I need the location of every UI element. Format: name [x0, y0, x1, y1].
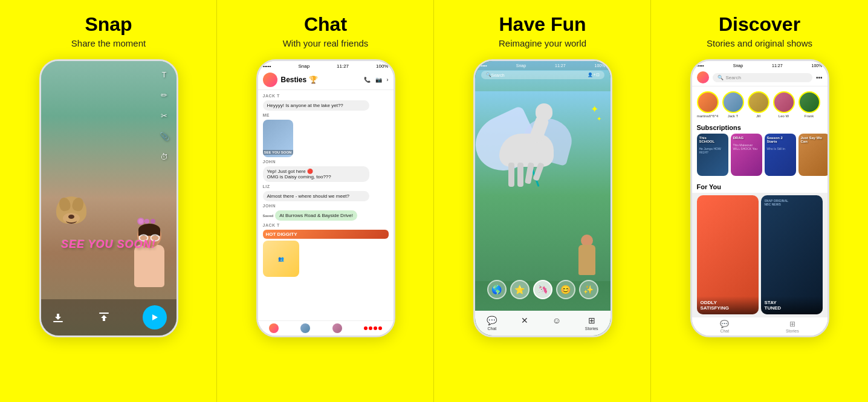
pencil-icon[interactable]: ✏: [157, 88, 172, 102]
chat-screen: ••••• Snap 11:27 100% Besties 🏆 📞 📷 ›: [258, 61, 394, 336]
discover-search-icon: 🔍: [717, 75, 724, 80]
stories-icon: ⊞: [588, 316, 595, 325]
fun-search-icon: 🔍: [486, 73, 491, 77]
share-icon[interactable]: [97, 310, 111, 325]
user-john-avatar[interactable]: [269, 323, 279, 333]
fun-phone: ••••• Snap 11:27 100% 🔍 Search 👤+ ⊡: [473, 59, 612, 337]
svg-rect-0: [53, 321, 63, 322]
disc-nav-chat[interactable]: 💬 Chat: [720, 320, 729, 333]
sub-card-season-text: Season 2 Starts: [765, 134, 796, 146]
snap-phone-wrapper: T ✏ ✂ 📎 ⏱: [6, 59, 211, 402]
flower-1: [138, 219, 143, 224]
fun-nav-chat[interactable]: 💬 Chat: [487, 316, 497, 331]
story-name-frank: Frank: [805, 114, 814, 118]
snap-bottom-bar: [41, 299, 177, 336]
discover-avatar[interactable]: [697, 71, 709, 83]
sticker-icon[interactable]: 📎: [157, 129, 172, 143]
user-jack-avatar[interactable]: [300, 323, 310, 333]
fun-filter-row: 🌎 ⭐ 🦄 😊 ✨: [475, 280, 611, 299]
for-you-row: ODDLYSATISFYING SNAP ORIGINAL NBC NEWS S…: [692, 193, 828, 317]
sub-card-season[interactable]: Season 2 Starts Who Is Still in: [765, 134, 796, 176]
story-martina[interactable]: martina6^6^4: [697, 91, 719, 118]
save-icon[interactable]: [51, 310, 65, 325]
story-jack[interactable]: Jack T: [722, 91, 744, 118]
msg-liz: Almost there - where should we meet?: [263, 191, 370, 201]
fun-phone-wrapper: ••••• Snap 11:27 100% 🔍 Search 👤+ ⊡: [440, 59, 645, 402]
fun-section: Have Fun Reimagine your world ••••• Snap…: [434, 0, 651, 402]
scissors-icon[interactable]: ✂: [157, 108, 172, 123]
discover-phone: ••••• Snap 11:27 100% 🔍 Search •••: [690, 59, 829, 337]
chat-phone-wrapper: ••••• Snap 11:27 100% Besties 🏆 📞 📷 ›: [223, 59, 428, 402]
story-name-leo: Leo W: [779, 114, 789, 118]
filter-sparkle[interactable]: ✨: [579, 280, 598, 299]
disc-nav-stories[interactable]: ⊞ Stories: [786, 320, 799, 333]
chat-status-bar: ••••• Snap 11:27 100%: [258, 61, 394, 70]
story-avatar-jack: [722, 91, 744, 113]
fun-title: Have Fun: [499, 13, 586, 36]
snap-title: Snap: [85, 13, 132, 36]
snap-subtitle: Share the moment: [71, 38, 146, 48]
ar-flowers: [138, 219, 155, 224]
sub-card-school[interactable]: ThisSCHOOL He Jumps HOW HIGH?: [697, 134, 728, 176]
chat-status-indicators: [364, 323, 382, 333]
msg-label-john1: JOHN: [263, 160, 389, 164]
fun-nav-lens[interactable]: ☺: [552, 316, 561, 331]
text-tool-icon[interactable]: T: [157, 67, 172, 82]
disc-status-battery: 100%: [812, 63, 823, 68]
msg-me-image: SEE YOU SOON: [263, 120, 293, 157]
sub-card-drag[interactable]: DRAG This Makeover WILL SHOCK You: [731, 134, 762, 176]
filter-unicorn[interactable]: 🦄: [533, 280, 552, 299]
story-frank[interactable]: Frank: [798, 91, 820, 118]
phone-icon[interactable]: 📞: [364, 77, 371, 83]
timer-icon[interactable]: ⏱: [157, 149, 172, 164]
svg-rect-1: [99, 313, 109, 314]
user-jenny-avatar[interactable]: [332, 323, 342, 333]
discover-search-row: 🔍 Search •••: [692, 69, 828, 86]
close-icon: ✕: [521, 316, 528, 325]
chat-title: Chat: [304, 13, 347, 36]
discover-more-icon[interactable]: •••: [816, 74, 823, 81]
for-you-card-oddly[interactable]: ODDLYSATISFYING: [697, 195, 759, 314]
status-dot-2: [369, 326, 372, 330]
sub-card-just[interactable]: Just Say We Can: [798, 134, 828, 176]
sparkle-1: ✦: [591, 103, 598, 115]
pegasus-scene: ✦ ✦: [475, 91, 611, 281]
pegasus-head: [536, 103, 552, 120]
svg-marker-2: [152, 314, 158, 320]
shutter-button[interactable]: [143, 305, 167, 329]
video-icon[interactable]: 📷: [375, 77, 382, 83]
fun-nav-stories[interactable]: ⊞ Stories: [585, 316, 598, 331]
filter-smile[interactable]: 😊: [556, 280, 575, 299]
more-icon[interactable]: ›: [387, 77, 389, 83]
discover-search-box[interactable]: 🔍 Search: [713, 73, 812, 82]
filter-star[interactable]: ⭐: [510, 280, 530, 299]
main-content: Snap Share the moment T ✏ ✂ 📎 ⏱: [0, 0, 868, 402]
chat-status-time: 11:27: [337, 63, 349, 69]
discover-title: Discover: [719, 13, 800, 36]
discover-section: Discover Stories and original shows ••••…: [651, 0, 868, 402]
chat-name: Besties 🏆: [281, 76, 360, 84]
story-jill[interactable]: Jill: [748, 91, 769, 118]
bitmoji-sticker: 👥: [263, 241, 299, 277]
discover-status-bar: ••••• Snap 11:27 100%: [692, 61, 828, 69]
msg-john2-wrapper: Saved At Burrows Road & Bayside Drive!: [263, 210, 389, 221]
flower-3: [151, 219, 155, 224]
story-avatar-martina: [697, 91, 719, 113]
filter-globe[interactable]: 🌎: [487, 280, 507, 299]
fun-add-friend-icon[interactable]: 👤+: [588, 73, 595, 77]
fun-person-body: [578, 245, 595, 275]
fyc-label-nbc2: NBC NEWS: [765, 203, 819, 206]
fun-snap-icon[interactable]: ⊡: [596, 73, 600, 77]
pegasus-leg-2: [517, 163, 523, 187]
dog-ear-left: [57, 196, 71, 212]
fun-search-bar[interactable]: 🔍 Search 👤+ ⊡: [481, 71, 604, 79]
story-name-jack: Jack T: [728, 114, 739, 118]
fun-nav-stories-label: Stories: [585, 326, 598, 331]
pegasus-leg-1: [508, 163, 514, 187]
disc-status-time: 11:27: [772, 63, 783, 68]
for-you-card-tuned[interactable]: SNAP ORIGINAL NBC NEWS STAYTUNED: [761, 195, 823, 314]
fun-nav-close[interactable]: ✕: [521, 316, 528, 331]
disc-status-dots: •••••: [697, 63, 704, 68]
chat-section: Chat With your real friends ••••• Snap 1…: [217, 0, 434, 402]
story-leo[interactable]: Leo W: [773, 91, 795, 118]
